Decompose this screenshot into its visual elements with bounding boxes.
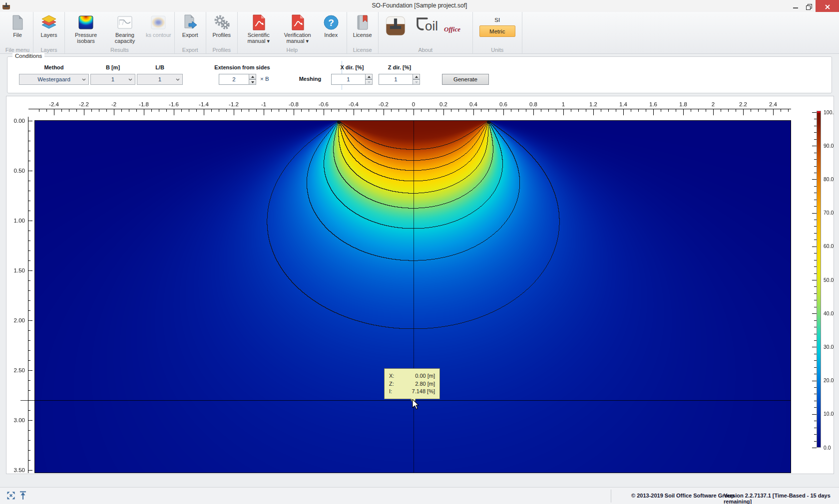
extension-label: Extension from sides	[207, 64, 277, 70]
spin-up-icon[interactable]	[249, 74, 256, 79]
svg-text:0: 0	[412, 101, 415, 107]
ribbon-group-file-menu: FileFile menu	[2, 12, 33, 53]
status-bar: © 2013-2019 Soil Office Software Group V…	[0, 487, 839, 504]
spin-down-icon[interactable]	[413, 79, 420, 85]
extension-suffix: × B	[260, 76, 269, 82]
pressure-isobars-button[interactable]: Pressure isobars	[66, 13, 105, 45]
pressure-isobars-icon	[77, 14, 94, 31]
svg-text:0.2: 0.2	[439, 101, 447, 107]
scroll-to-top-button[interactable]	[19, 491, 27, 501]
ribbon-item-label: File	[13, 32, 22, 38]
ribbon-group-export: ExportExport	[175, 12, 206, 53]
svg-text:2.00: 2.00	[14, 317, 25, 323]
license-icon	[354, 14, 371, 31]
metric-button[interactable]: Metric	[479, 25, 515, 37]
ribbon-group-results: Pressure isobarsBearing capacityks conto…	[65, 12, 175, 53]
svg-text:oil: oil	[425, 18, 438, 33]
file-icon	[9, 14, 26, 31]
ribbon-item-label: Verification manual ▾	[280, 32, 316, 44]
svg-text:50.0: 50.0	[824, 277, 834, 283]
foundation-icon	[385, 15, 406, 36]
ribbon-group-license: LicenseLicense	[347, 12, 379, 53]
svg-text:0.8: 0.8	[529, 101, 537, 107]
ribbon-group-caption: Layers	[33, 47, 64, 53]
svg-text:1.00: 1.00	[14, 218, 25, 224]
chevron-down-icon	[82, 78, 86, 81]
soil-office-logo[interactable]: oilOffice	[410, 15, 466, 37]
version-text: Version 2.2.7137.1 [Time-Based - 15 days…	[724, 493, 839, 504]
ribbon-item-label: Bearing capacity	[107, 32, 143, 44]
lb-dropdown[interactable]: 1	[137, 74, 183, 85]
chevron-down-icon	[128, 78, 132, 81]
close-icon	[825, 4, 831, 10]
spin-down-icon[interactable]	[365, 79, 373, 85]
svg-text:70.0: 70.0	[824, 210, 834, 216]
index-button[interactable]: ?Index	[317, 13, 345, 39]
layers-button[interactable]: Layers	[35, 13, 63, 39]
generate-label: Generate	[453, 76, 477, 82]
profiles-button[interactable]: Profiles	[208, 13, 236, 39]
bearing-capacity-icon	[116, 14, 133, 31]
svg-text:-2.2: -2.2	[79, 101, 89, 107]
xdir-spinner[interactable]	[365, 74, 373, 85]
svg-text:1.8: 1.8	[679, 101, 687, 107]
ribbon-group-caption: File menu	[2, 47, 33, 53]
method-dropdown[interactable]: Westergaard	[19, 74, 89, 85]
generate-button[interactable]: Generate	[442, 74, 489, 85]
ribbon-item-label: Pressure isobars	[68, 32, 104, 44]
mouse-cursor-icon	[412, 399, 420, 410]
tooltip-row: Z:2.80 [m]	[389, 380, 435, 388]
spin-down-icon[interactable]	[249, 79, 256, 85]
ribbon-group-caption: Help	[238, 47, 347, 53]
ribbon-item-label: Index	[324, 32, 338, 38]
ribbon-item-label: License	[353, 32, 372, 38]
svg-text:-2: -2	[111, 101, 116, 107]
file-button[interactable]: File	[3, 13, 31, 39]
app-icon	[2, 1, 10, 10]
tooltip-row: I:7.148 [%]	[389, 388, 435, 396]
license-button[interactable]: License	[349, 13, 377, 39]
extension-spinner[interactable]	[249, 74, 256, 85]
layers-icon	[40, 14, 57, 31]
ribbon-group-help: Scientific manual ▾Verification manual ▾…	[238, 12, 347, 53]
svg-text:0.6: 0.6	[499, 101, 507, 107]
ribbon-item-label: Profiles	[212, 32, 231, 38]
svg-text:3.50: 3.50	[14, 467, 25, 473]
si-label: SI	[494, 17, 500, 23]
zdir-input[interactable]: 1	[379, 74, 413, 85]
meshing-label: Meshing	[290, 76, 330, 82]
svg-text:1.4: 1.4	[619, 101, 628, 107]
export-button[interactable]: Export	[176, 13, 204, 39]
restore-icon	[806, 3, 813, 10]
svg-text:2: 2	[712, 101, 715, 107]
svg-text:80.0: 80.0	[824, 176, 834, 182]
svg-text:30.0: 30.0	[824, 344, 834, 350]
extension-input[interactable]: 2	[219, 74, 249, 85]
minimize-icon	[793, 4, 799, 10]
svg-text:0.0: 0.0	[824, 445, 831, 451]
svg-text:-1: -1	[261, 101, 266, 107]
spin-up-icon[interactable]	[365, 74, 373, 79]
window-title: SO-Foundation [Sample project.sof]	[100, 2, 739, 9]
zdir-value: 1	[394, 76, 397, 82]
app-window: SO-Foundation [Sample project.sof] FileF…	[0, 0, 839, 504]
colorbar	[817, 111, 821, 448]
svg-text:2.50: 2.50	[14, 367, 25, 373]
xdir-input[interactable]: 1	[331, 74, 366, 85]
fit-to-screen-button[interactable]	[6, 491, 16, 501]
method-label: Method	[19, 64, 89, 70]
verification-manual-button[interactable]: Verification manual ▾	[278, 13, 317, 45]
svg-text:?: ?	[328, 17, 334, 28]
arrow-to-top-icon	[19, 491, 27, 501]
svg-text:-2.4: -2.4	[49, 101, 59, 107]
zdir-spinner[interactable]	[413, 74, 420, 85]
chevron-down-icon	[176, 78, 180, 81]
spin-up-icon[interactable]	[413, 74, 420, 79]
scientific-manual-button[interactable]: Scientific manual ▾	[239, 13, 278, 45]
pressure-isobars-canvas[interactable]	[35, 121, 791, 473]
ribbon-item-label: Layers	[40, 32, 57, 38]
conditions-legend: Conditions	[12, 53, 44, 59]
b-dropdown[interactable]: 1	[90, 74, 135, 85]
svg-text:0.00: 0.00	[14, 118, 25, 124]
bearing-capacity-button[interactable]: Bearing capacity	[105, 13, 144, 45]
